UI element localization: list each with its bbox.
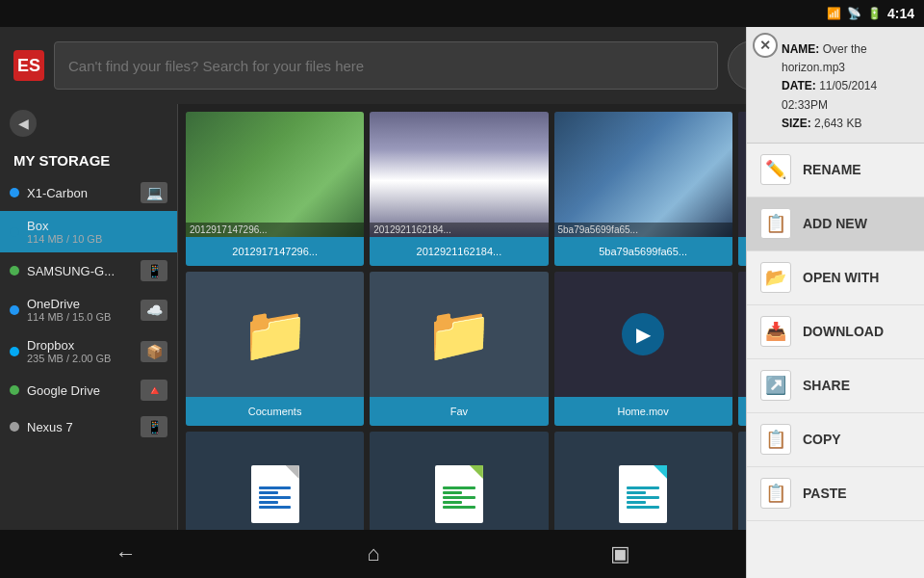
sidebar-sublabel: 235 MB / 2.00 GB [27,353,133,364]
file-label-bar: Cocuments [186,397,364,426]
context-menu: ✕ NAME: Over the horizon.mp3 DATE: 11/05… [746,27,924,578]
sidebar-label: Google Drive [27,383,133,398]
file-thumbnail: 2012917147296... [186,112,364,237]
sidebar-item-onedrive[interactable]: OneDrive 114 MB / 15.0 GB ☁️ [0,289,177,330]
nav-bar: ← ⌂ ▣ [0,530,746,578]
paste-label: PASTE [803,486,847,501]
sidebar-dot [10,266,19,276]
download-label: DOWNLOAD [803,324,884,339]
sidebar-label: X1-Carbon [27,186,133,200]
sidebar-dot [10,347,19,356]
file-info-date: DATE: 11/05/2014 02:33PM [782,77,911,114]
context-menu-items: ✏️ RENAME 📋 ADD NEW 📂 OPEN WITH 📥 DOWNLO… [747,144,924,578]
file-item[interactable]: 2012921162184... 2012921162184... [370,112,548,266]
file-item-video[interactable]: ▶ Home.mov [554,272,732,426]
file-thumbnail: 📁 [186,272,364,397]
file-name-overlay: 2012917147296... [186,223,364,237]
nav-recent-button[interactable]: ▣ [610,541,630,566]
file-label-bar: Fav [370,397,548,426]
context-copy-button[interactable]: 📋 COPY [747,413,924,467]
file-name-overlay: 2012921162184... [370,223,548,237]
signal-icon: 📡 [847,7,861,20]
file-label: Home.mov [618,406,669,417]
word-icon [251,465,299,523]
sidebar-dot [10,227,19,237]
share-label: SHARE [803,378,850,393]
file-label-bar: 2012921162184... [370,237,548,266]
file-name-overlay: 5ba79a5699fa65... [554,223,732,237]
file-label: 2012921162184... [417,246,502,257]
file-item-fav[interactable]: 📁 Fav [370,272,548,426]
sidebar-item-box[interactable]: Box 114 MB / 10 GB [0,211,177,252]
nav-home-button[interactable]: ⌂ [367,541,379,566]
sidebar-item-googledrive[interactable]: Google Drive 🔺 [0,372,177,408]
sidebar-label: Box [27,219,167,233]
cloud-icon: ☁️ [141,300,167,321]
file-thumbnail: 2012921162184... [370,112,548,237]
sidebar-item-dropbox[interactable]: Dropbox 235 MB / 2.00 GB 📦 [0,330,177,372]
copy-icon: 📋 [760,424,791,455]
download-icon: 📥 [760,316,791,347]
file-item[interactable]: 5ba79a5699fa65... 5ba79a5699fa65... [554,112,732,266]
folder-icon: 📁 [425,302,493,366]
device-icon: 💻 [141,182,167,203]
sidebar-item-samsung[interactable]: SAMSUNG-G... 📱 [0,252,177,289]
sidebar-dot [10,305,19,315]
sidebar-label: Nexus 7 [27,420,133,434]
context-rename-button[interactable]: ✏️ RENAME [747,144,924,197]
nav-back-button[interactable]: ← [116,541,137,566]
addnew-label: ADD NEW [803,216,867,231]
context-paste-button[interactable]: 📋 PASTE [747,467,924,521]
file-info-name: NAME: Over the horizon.mp3 [782,40,911,77]
sidebar-back-button[interactable]: ◀ [10,110,37,137]
file-item[interactable]: 2012917147296... 2012917147296... [186,112,364,266]
context-share-button[interactable]: ↗️ SHARE [747,359,924,413]
drive-icon: 🔺 [141,380,167,401]
share-icon: ↗️ [760,370,791,401]
textdoc-icon [619,465,667,523]
file-item-documents[interactable]: 📁 Cocuments [186,272,364,426]
wifi-icon: 📶 [827,7,841,20]
file-label-bar: 2012917147296... [186,237,364,266]
context-download-button[interactable]: 📥 DOWNLOAD [747,305,924,359]
sidebar-title: MY STORAGE [0,143,177,174]
sidebar: ◀ MY STORAGE X1-Carbon 💻 Box 114 MB / 10… [0,104,178,578]
addnew-icon: 📋 [760,208,791,239]
main-area: ◀ MY STORAGE X1-Carbon 💻 Box 114 MB / 10… [0,104,924,578]
sidebar-dot [10,385,19,395]
file-thumbnail: 📁 [370,272,548,397]
sidebar-dot [10,422,19,432]
file-info-size: SIZE: 2,643 KB [782,115,911,133]
tablet-icon: 📱 [141,416,167,437]
file-label: Cocuments [248,406,302,417]
folder-icon: 📁 [242,302,309,366]
search-input[interactable] [68,58,704,74]
paste-icon: 📋 [760,478,791,509]
sidebar-dot [10,188,19,197]
dropbox-icon: 📦 [141,341,167,362]
app-icon: ES [13,50,44,81]
status-bar: 📶 📡 🔋 4:14 [0,0,924,27]
context-close-button[interactable]: ✕ [753,33,778,58]
rename-label: RENAME [803,162,861,177]
file-label: 2012917147296... [232,246,318,257]
battery-icon: 🔋 [867,7,882,20]
sidebar-label: OneDrive [27,297,133,311]
video-play-icon: ▶ [622,313,664,355]
copy-label: COPY [803,432,841,447]
sidebar-sublabel: 114 MB / 15.0 GB [27,311,133,323]
file-thumbnail: 5ba79a5699fa65... [554,112,732,237]
excel-icon [435,465,483,523]
rename-icon: ✏️ [760,154,791,185]
openwith-icon: 📂 [760,262,791,293]
search-bar[interactable] [54,41,718,90]
file-label: Fav [450,406,468,417]
sidebar-item-nexus7[interactable]: Nexus 7 📱 [0,408,177,445]
file-label-bar: 5ba79a5699fa65... [554,237,732,266]
context-addnew-button[interactable]: 📋 ADD NEW [747,197,924,251]
sidebar-label: Dropbox [27,338,133,353]
sidebar-item-x1carbon[interactable]: X1-Carbon 💻 [0,174,177,211]
clock: 4:14 [887,6,914,21]
phone-icon: 📱 [141,260,167,281]
context-openwith-button[interactable]: 📂 OPEN WITH [747,251,924,305]
